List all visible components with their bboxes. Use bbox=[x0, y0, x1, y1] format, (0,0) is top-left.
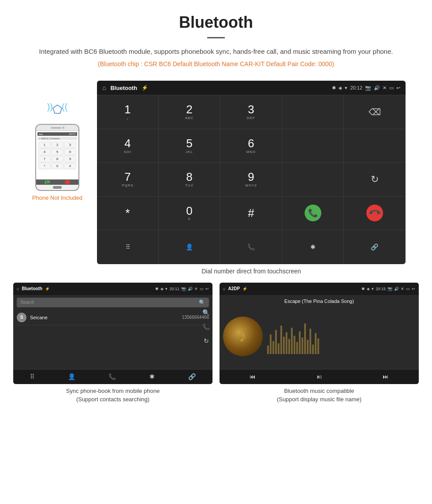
dial-bar-keypad[interactable]: ⠿ bbox=[97, 230, 159, 264]
phone-top bbox=[36, 125, 78, 131]
dial-screen: ⌂ Bluetooth ⚡ ✱ ◈ ▾ 20:12 📷 🔊 ✕ ▭ ↩ bbox=[97, 81, 406, 264]
header-divider bbox=[207, 37, 225, 38]
phonebook-search[interactable]: Search 🔍 bbox=[17, 298, 209, 307]
pb-bar-phone-icon[interactable]: 📞 bbox=[108, 373, 116, 380]
call-red-icon[interactable]: 📞 bbox=[363, 201, 387, 225]
refresh-icon: ↻ bbox=[371, 174, 379, 185]
vis-bar bbox=[317, 338, 319, 354]
dial-end-button[interactable]: 📞 bbox=[344, 197, 406, 231]
a2dp-status-bar: ⌂ A2DP ⚡ ✱ ◈ ▾ 20:15 📷 🔊 ✕ ▭ ↩ bbox=[220, 283, 419, 295]
a2dp-win-icon: ▭ bbox=[406, 287, 410, 291]
pb-caption-text: Sync phone-book from mobile phone(Suppor… bbox=[66, 388, 160, 403]
phone-key-star[interactable]: * bbox=[38, 163, 51, 169]
pb-bar-keypad-icon[interactable]: ⠿ bbox=[30, 373, 34, 380]
dial-key-8[interactable]: 8 TUV bbox=[159, 163, 220, 197]
dial-bar-contacts[interactable]: 👤 bbox=[159, 230, 220, 264]
dial-bar-phone[interactable]: 📞 bbox=[220, 230, 282, 264]
dial-bar-link[interactable]: 🔗 bbox=[344, 230, 406, 264]
dial-empty-4 bbox=[282, 163, 344, 197]
pb-contact-row[interactable]: S Seicane 13566664466 bbox=[15, 310, 211, 325]
dial-key-9[interactable]: 9 WXYZ bbox=[220, 163, 282, 197]
vis-bar bbox=[299, 331, 301, 354]
phone-key-7[interactable]: 7 bbox=[38, 156, 51, 162]
a2dp-bt-icon: ✱ bbox=[361, 287, 365, 291]
bluetooth-bar-icon: ✱ bbox=[310, 243, 316, 250]
pb-vol-icon: 🔊 bbox=[188, 287, 193, 291]
usb-icon: ⚡ bbox=[142, 85, 148, 91]
dial-key-6[interactable]: 6 MNO bbox=[220, 129, 282, 163]
wifi-icon: ▾ bbox=[345, 85, 347, 91]
a2dp-art-area: ♪ bbox=[223, 307, 415, 366]
a2dp-caption: Bluetooth music compatible(Support displ… bbox=[220, 387, 419, 404]
dial-key-2[interactable]: 2 ABC bbox=[159, 95, 220, 129]
a2dp-wifi-icon: ▾ bbox=[372, 287, 374, 291]
dial-key-7[interactable]: 7 PQRS bbox=[97, 163, 159, 197]
vis-bar bbox=[280, 325, 282, 354]
dial-key-5[interactable]: 5 JKL bbox=[159, 129, 220, 163]
a2dp-status-right: ✱ ◈ ▾ 20:15 📷 🔊 ✕ ▭ ↩ bbox=[361, 287, 415, 291]
a2dp-album-art: ♪ bbox=[223, 317, 263, 356]
pb-bar-link-icon[interactable]: 🔗 bbox=[188, 373, 196, 380]
dial-call-button[interactable]: 📞 bbox=[282, 197, 344, 231]
dial-bar-bluetooth[interactable]: ✱ bbox=[282, 230, 344, 264]
pb-side-search-icon: 🔍 bbox=[202, 309, 210, 316]
phone-end-button[interactable] bbox=[65, 180, 70, 184]
vis-bar bbox=[315, 333, 317, 354]
phone-bottom-bar: 📞 bbox=[36, 179, 78, 185]
dial-grid: 1 ⌟ 2 ABC 3 DEF ⌫ 4 GHI bbox=[97, 95, 406, 264]
dial-time: 20:12 bbox=[350, 85, 362, 90]
pb-close-icon: ✕ bbox=[194, 287, 198, 291]
a2dp-prev-icon[interactable]: ⏮ bbox=[250, 373, 256, 380]
phone-key-9[interactable]: 9 bbox=[64, 156, 76, 162]
call-green-icon[interactable]: 📞 bbox=[305, 205, 321, 221]
phone-key-3[interactable]: 3 bbox=[64, 142, 76, 148]
phone-key-4[interactable]: 4 bbox=[38, 149, 51, 155]
a2dp-close-icon: ✕ bbox=[401, 287, 404, 291]
search-icon: 🔍 bbox=[199, 299, 205, 306]
phone-key-0[interactable]: 0 bbox=[51, 163, 63, 169]
vis-bar bbox=[296, 342, 298, 354]
dial-refresh[interactable]: ↻ bbox=[344, 163, 406, 197]
phone-speaker bbox=[51, 127, 61, 129]
a2dp-play-pause-icon[interactable]: ⏯ bbox=[316, 373, 322, 380]
dial-key-3[interactable]: 3 DEF bbox=[220, 95, 282, 129]
phone-key-hash[interactable]: # bbox=[64, 163, 76, 169]
dial-key-1[interactable]: 1 ⌟ bbox=[97, 95, 159, 129]
pb-title: Bluetooth bbox=[22, 286, 42, 291]
phone-call-button[interactable]: 📞 bbox=[45, 180, 50, 184]
window-icon: ▭ bbox=[389, 85, 394, 91]
dial-key-4[interactable]: 4 GHI bbox=[97, 129, 159, 163]
music-note-icon: ♪ bbox=[239, 327, 247, 346]
phone-key-2[interactable]: 2 bbox=[51, 142, 63, 148]
vis-bar bbox=[302, 337, 303, 354]
header-specs: (Bluetooth chip : CSR BC6 Default Blueto… bbox=[9, 60, 423, 67]
phone-key-5[interactable]: 5 bbox=[51, 149, 63, 155]
dial-key-star[interactable]: * bbox=[97, 197, 159, 231]
pb-caption: Sync phone-book from mobile phone(Suppor… bbox=[13, 387, 212, 404]
pb-back-icon[interactable]: ↩ bbox=[205, 287, 209, 291]
search-placeholder: Search bbox=[20, 300, 34, 305]
dial-key-0[interactable]: 0 + bbox=[159, 197, 220, 231]
vis-bar bbox=[309, 329, 311, 354]
phone-key-8[interactable]: 8 bbox=[51, 156, 63, 162]
contact-name: Seicane bbox=[30, 315, 179, 320]
a2dp-vol-icon: 🔊 bbox=[394, 287, 399, 291]
dial-backspace[interactable]: ⌫ bbox=[344, 95, 406, 129]
header-description: Integrated with BC6 Bluetooth module, su… bbox=[9, 46, 423, 57]
pb-bar-contacts-icon[interactable]: 👤 bbox=[68, 373, 75, 380]
phone-key-6[interactable]: 6 bbox=[64, 149, 76, 155]
dial-key-hash[interactable]: # bbox=[220, 197, 282, 231]
pb-bar-bt-icon[interactable]: ✱ bbox=[149, 373, 155, 380]
home-icon: ⌂ bbox=[102, 84, 106, 91]
phone-screen: ●●●MOTO + Add to Contacts 1 2 3 4 5 6 7 … bbox=[36, 131, 78, 179]
phone-home-button[interactable] bbox=[53, 186, 62, 189]
back-icon[interactable]: ↩ bbox=[396, 85, 400, 91]
phone-key-1[interactable]: 1 bbox=[38, 142, 51, 148]
pb-bottom-bar: ⠿ 👤 📞 ✱ 🔗 bbox=[13, 369, 212, 384]
pb-time: 20:11 bbox=[169, 287, 179, 291]
camera-icon: 📷 bbox=[365, 85, 371, 91]
a2dp-caption-text: Bluetooth music compatible(Support displ… bbox=[277, 388, 361, 403]
a2dp-back-icon[interactable]: ↩ bbox=[412, 287, 415, 291]
a2dp-next-icon[interactable]: ⏭ bbox=[383, 373, 389, 380]
vis-bar bbox=[267, 345, 269, 354]
